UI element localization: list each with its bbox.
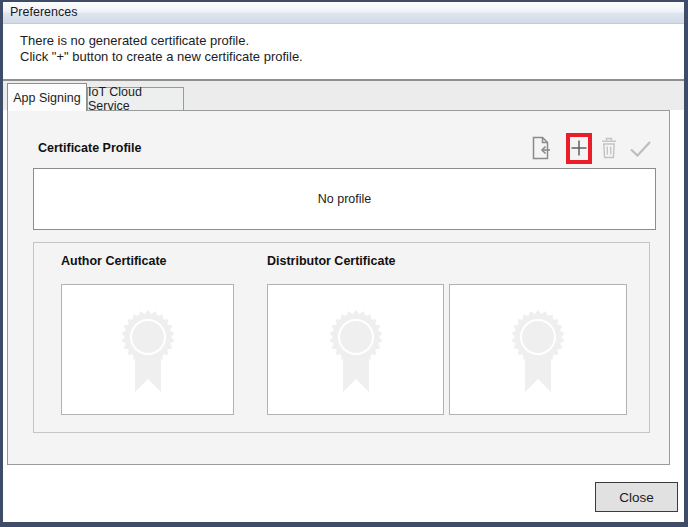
tab-app-signing-label: App Signing bbox=[13, 91, 80, 105]
set-active-button[interactable] bbox=[629, 140, 652, 157]
remove-profile-button[interactable] bbox=[600, 137, 618, 159]
notice-area: There is no generated certificate profil… bbox=[3, 24, 684, 81]
check-icon bbox=[629, 140, 652, 157]
close-button[interactable]: Close bbox=[595, 482, 678, 512]
tab-iot-cloud-service-label: IoT Cloud Service bbox=[88, 85, 183, 113]
profile-toolbar bbox=[531, 133, 652, 164]
profile-list-empty-text: No profile bbox=[318, 192, 372, 206]
tab-app-signing[interactable]: App Signing bbox=[7, 83, 87, 111]
certificate-seal-icon bbox=[505, 304, 571, 396]
certificates-group: Author Certificate Distributor Certifica… bbox=[33, 242, 650, 433]
distributor-certificate-box-2 bbox=[449, 284, 627, 415]
author-certificate-box bbox=[61, 284, 234, 415]
preferences-dialog: Preferences There is no generated certif… bbox=[0, 0, 688, 527]
trash-icon bbox=[600, 137, 618, 159]
profile-list[interactable]: No profile bbox=[33, 168, 656, 230]
footer: Close bbox=[3, 464, 684, 522]
notice-line-1: There is no generated certificate profil… bbox=[20, 33, 684, 49]
author-certificate-title: Author Certificate bbox=[61, 254, 167, 268]
certificate-profile-header: Certificate Profile bbox=[38, 131, 652, 165]
certificate-seal-icon bbox=[115, 304, 181, 396]
certificate-profile-title: Certificate Profile bbox=[38, 141, 142, 155]
plus-icon bbox=[571, 140, 587, 156]
title-bar[interactable]: Preferences bbox=[3, 2, 684, 24]
app-signing-panel: Certificate Profile bbox=[7, 110, 670, 465]
notice-line-2: Click "+" button to create a new certifi… bbox=[20, 49, 684, 65]
import-profile-icon bbox=[531, 136, 551, 160]
window-title: Preferences bbox=[3, 2, 684, 23]
add-profile-button[interactable] bbox=[571, 140, 587, 156]
import-profile-button[interactable] bbox=[531, 136, 551, 160]
tab-strip: App Signing IoT Cloud Service bbox=[3, 81, 684, 110]
tab-iot-cloud-service[interactable]: IoT Cloud Service bbox=[87, 87, 184, 110]
add-button-highlight bbox=[566, 133, 592, 164]
distributor-certificate-title: Distributor Certificate bbox=[267, 254, 396, 268]
distributor-certificate-box-1 bbox=[267, 284, 444, 415]
certificate-seal-icon bbox=[323, 304, 389, 396]
